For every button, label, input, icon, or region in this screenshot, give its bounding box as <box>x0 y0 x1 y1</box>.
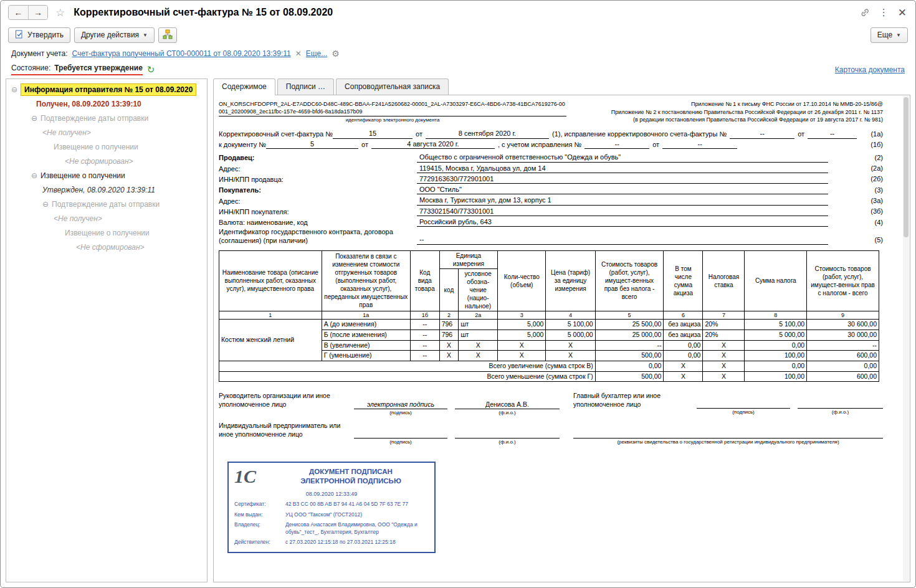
favorite-star-icon[interactable]: ☆ <box>55 6 65 19</box>
signature-stamp: 1С ДОКУМЕНТ ПОДПИСАН ЭЛЕКТРОННОЙ ПОДПИСЬ… <box>227 462 436 553</box>
more-button-label: Еще <box>877 31 892 39</box>
line2-note: (1б) <box>857 141 883 149</box>
refresh-icon[interactable]: ↻ <box>147 65 155 74</box>
tree-item-approved-status[interactable]: Утвержден, 08.09.2020 13:39:11 <box>6 183 207 197</box>
field-value: -- <box>417 235 828 244</box>
field-note: (3) <box>828 186 883 195</box>
chevron-down-icon: ▼ <box>896 32 901 38</box>
col-header: Код вида товара <box>410 250 439 311</box>
totals-label: Всего увеличение (сумма строк В) <box>219 361 596 371</box>
stamp-row-label: Кем выдан: <box>234 511 285 518</box>
field-row: ИНН/КПП продавца: 7729163630/772901001 (… <box>219 174 883 184</box>
edo-hierarchy-button[interactable] <box>158 27 177 43</box>
more-button[interactable]: Еще ▼ <box>871 27 908 43</box>
stamp-row-label: Владелец: <box>234 521 285 536</box>
chevron-down-icon: ▼ <box>143 32 148 38</box>
approve-button[interactable]: Утвердить <box>8 27 70 43</box>
more-menu-icon[interactable]: ⋮ <box>879 7 889 18</box>
invoice-form: ON_KORSCHFDOPPR_2AL-E7ADDC60-D48C-489C-B… <box>219 100 883 553</box>
scrollbar-thumb[interactable] <box>904 97 909 237</box>
tab-cover-note[interactable]: Сопроводительная записка <box>336 78 449 95</box>
other-actions-button[interactable]: Другие действия ▼ <box>74 27 155 43</box>
line1-ot2: от <box>794 130 808 139</box>
col-header: условное обозна-чение (нацио-нальное) <box>459 268 498 311</box>
signature-row: Индивидуальный предприниматель или иное … <box>219 422 883 445</box>
stamp-title: ДОКУМЕНТ ПОДПИСАН ЭЛЕКТРОННОЙ ПОДПИСЬЮ <box>273 467 429 486</box>
name-caption: (ф.и.о.) <box>455 410 560 416</box>
tree-item-received-status[interactable]: Получен, 08.09.2020 13:39:10 <box>6 97 207 111</box>
accountant-signature-value <box>697 401 790 409</box>
get-link-icon[interactable] <box>860 7 870 17</box>
registration-block: (реквизиты свидетельства о государственн… <box>573 430 883 445</box>
stamp-datetime: 08.09.2020 12:33:49 <box>234 491 429 498</box>
head-name-value: Денисова А.В. <box>455 401 560 409</box>
entrepreneur-signature-block: (подпись) <box>354 430 447 445</box>
tree-item-send-date-confirmation[interactable]: ⊖ Подтверждение даты отправки <box>6 197 207 211</box>
tree-item-send-date-confirmation[interactable]: ⊖ Подтверждение даты отправки <box>6 111 207 125</box>
tree-item-not-received[interactable]: <Не получен> <box>6 125 207 140</box>
tree-item-sender-info[interactable]: ⊖ Информация отправителя № 15 от 08.09.2… <box>6 82 207 97</box>
document-card-link[interactable]: Карточка документа <box>835 65 905 74</box>
tree-item-not-received[interactable]: <Не получен> <box>6 211 207 225</box>
tree-item-label: <Не сформирован> <box>76 243 145 252</box>
name-caption: (ф.и.о.) <box>455 439 560 445</box>
signature-row: Руководитель организации или иное уполно… <box>219 392 883 415</box>
column-numbers-row: 1 1а 1б 2 2а 3 4 5 6 7 8 <box>219 311 879 320</box>
collapse-icon[interactable]: ⊖ <box>31 114 37 123</box>
registration-caption: (реквизиты свидетельства о государственн… <box>573 439 883 445</box>
back-button[interactable]: ← <box>9 6 28 19</box>
field-row: Покупатель: ООО "Стиль" (3) <box>219 185 883 194</box>
approve-button-label: Утвердить <box>27 31 64 39</box>
clear-doc-icon[interactable]: ✕ <box>295 49 302 58</box>
head-signature-value: электронная подпись <box>354 401 447 409</box>
other-actions-label: Другие действия <box>81 31 139 39</box>
col-header: Сумма налога <box>745 250 807 311</box>
forward-button[interactable]: → <box>28 6 47 19</box>
gear-icon[interactable]: ⚙ <box>332 49 340 58</box>
close-icon[interactable]: ✕ <box>898 7 907 18</box>
vertical-scrollbar[interactable] <box>903 96 909 581</box>
accounting-doc-row: Документ учета: Счет-фактура полученный … <box>1 45 915 61</box>
accounting-doc-link[interactable]: Счет-фактура полученный СТ00-000011 от 0… <box>72 49 290 58</box>
doc-more-link[interactable]: Еще... <box>306 49 327 58</box>
document-pane: Содержимое Подписи … Сопроводительная за… <box>213 78 910 582</box>
field-note: (2а) <box>828 164 883 173</box>
col-header: Стоимость товаров (работ, услуг), имущес… <box>807 250 879 311</box>
totals-label: Всего уменьшение (сумма строк Г) <box>219 371 596 382</box>
collapse-icon[interactable]: ⊖ <box>31 171 37 180</box>
entrepreneur-name-block: (ф.и.о.) <box>455 430 560 445</box>
field-label: Идентификатор государственного контракта… <box>219 228 417 244</box>
stamp-row: Кем выдан: УЦ ООО "Такском" (ГОСТ2012) <box>234 511 429 518</box>
collapse-icon[interactable]: ⊖ <box>42 200 49 209</box>
tab-content[interactable]: Содержимое <box>213 78 275 95</box>
signature-section: Руководитель организации или иное уполно… <box>219 392 883 445</box>
collapse-icon[interactable]: ⊖ <box>11 85 17 94</box>
signature-caption: (подпись) <box>354 410 447 416</box>
window-title: Корректировочный счет-фактура № 15 от 08… <box>74 7 855 18</box>
stamp-row-value: УЦ ООО "Такском" (ГОСТ2012) <box>285 511 429 518</box>
tree-item-receipt-notice[interactable]: Извещение о получении <box>6 140 207 154</box>
correction-number: -- <box>730 130 794 139</box>
annex-line: (в редакции постановления Правительства … <box>611 116 883 124</box>
status-row: Состояние: Требуется утверждение ↻ Карто… <box>1 61 915 78</box>
tree-item-not-formed[interactable]: <Не сформирован> <box>6 154 207 168</box>
field-value: Российский рубль, 643 <box>417 217 828 227</box>
titlebar-actions: ⋮ ✕ <box>860 7 907 18</box>
tree-item-label: Извещение о получении <box>41 171 125 180</box>
signature-caption: (подпись) <box>697 409 790 415</box>
col-header: Наименование товара (описание выполненны… <box>219 250 322 311</box>
document-content: ON_KORSCHFDOPPR_2AL-E7ADDC60-D48C-489C-B… <box>213 95 910 582</box>
invoice-date: 8 сентября 2020 г. <box>426 130 549 139</box>
tree-item-receipt-notice[interactable]: ⊖ Извещение о получении <box>6 168 207 183</box>
field-label: ИНН/КПП покупателя: <box>219 208 417 216</box>
tree-item-receipt-notice[interactable]: Извещение о получении <box>6 225 207 240</box>
tree-item-label: Извещение о получении <box>65 229 150 237</box>
field-value: 7729163630/772901001 <box>417 174 828 184</box>
tree-item-not-formed[interactable]: <Не сформирован> <box>6 240 207 254</box>
col-header: Стоимость товаров (работ, услуг), имущес… <box>595 250 664 311</box>
1c-logo: 1С <box>234 467 273 486</box>
field-label: Валюта: наименование, код <box>219 219 417 227</box>
tab-signatures[interactable]: Подписи … <box>277 78 334 95</box>
requisites-block: Продавец: Общество с ограниченной ответс… <box>219 153 883 244</box>
form-top: ON_KORSCHFDOPPR_2AL-E7ADDC60-D48C-489C-B… <box>219 100 883 124</box>
